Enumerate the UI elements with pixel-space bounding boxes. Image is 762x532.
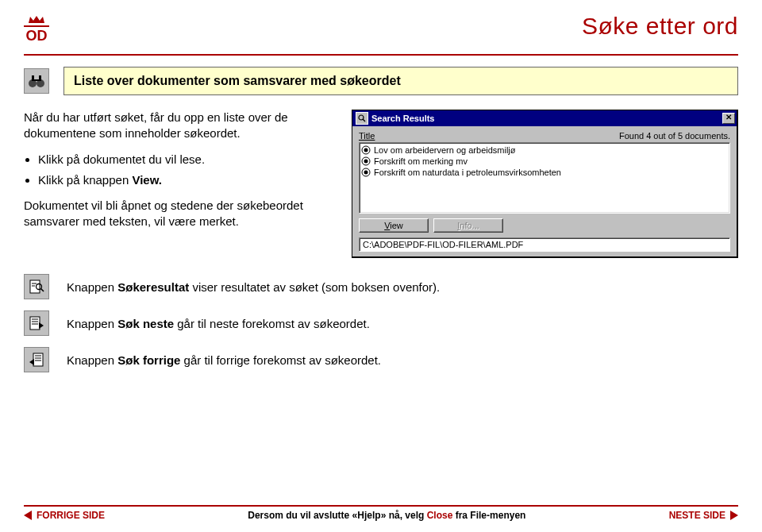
search-results-icon xyxy=(24,274,49,299)
svg-rect-22 xyxy=(33,353,43,366)
list-item[interactable]: Lov om arbeidervern og arbeidsmiljø xyxy=(361,145,728,156)
svg-rect-18 xyxy=(30,317,40,330)
search-results-dialog: Search Results ✕ Title Found 4 out of 5 … xyxy=(352,110,738,258)
logo: OD xyxy=(24,14,49,48)
dialog-title: Search Results xyxy=(371,114,722,123)
dialog-icon xyxy=(356,112,368,125)
svg-line-6 xyxy=(363,119,365,121)
svg-rect-4 xyxy=(34,79,39,81)
list-item[interactable]: Forskrift om naturdata i petroleumsvirks… xyxy=(361,167,728,178)
binoculars-icon xyxy=(24,68,49,94)
svg-point-8 xyxy=(364,148,368,152)
note-text: Knappen Søk forrige går til forrige fore… xyxy=(67,353,381,367)
after-bullets-text: Dokumentet vil bli åpnet og stedene der … xyxy=(24,198,337,230)
svg-line-15 xyxy=(41,289,44,292)
status-path: C:\ADOBE\PDF-FIL\OD-FILER\AML.PDF xyxy=(359,237,730,252)
dialog-titlebar: Search Results ✕ xyxy=(352,110,737,126)
close-icon[interactable]: ✕ xyxy=(722,113,735,124)
svg-rect-13 xyxy=(30,280,40,293)
svg-rect-3 xyxy=(39,75,41,81)
found-count: Found 4 out of 5 documents. xyxy=(619,131,730,141)
search-next-icon xyxy=(24,310,49,336)
bullet-item: Klikk på dokumentet du vil lese. xyxy=(38,152,337,168)
divider-bottom xyxy=(24,505,738,507)
results-list[interactable]: Lov om arbeidervern og arbeidsmiljø Fors… xyxy=(359,142,730,214)
svg-point-10 xyxy=(364,160,368,164)
page-title: Søke etter ord xyxy=(48,14,738,38)
search-previous-icon xyxy=(24,347,49,372)
triangle-left-icon xyxy=(24,511,32,520)
note-text: Knappen Søkeresultat viser resultatet av… xyxy=(67,280,440,294)
prev-page-link[interactable]: FORRIGE SIDE xyxy=(24,510,105,521)
next-page-link[interactable]: NESTE SIDE xyxy=(669,510,738,521)
note-text: Knappen Søk neste går til neste forekoms… xyxy=(67,317,370,330)
intro-text: Når du har utført søket, får du opp en l… xyxy=(24,110,337,142)
logo-text: OD xyxy=(24,25,49,43)
bullet-item: Klikk på knappen View. xyxy=(38,172,337,188)
triangle-right-icon xyxy=(730,511,738,520)
svg-rect-2 xyxy=(32,75,34,81)
view-button[interactable]: View xyxy=(359,218,429,233)
list-item[interactable]: Forskrift om merking mv xyxy=(361,156,728,167)
divider-top xyxy=(24,54,738,56)
column-title: Title xyxy=(359,131,375,141)
info-button[interactable]: Info... xyxy=(433,218,503,233)
footer-hint: Dersom du vil avslutte «Hjelp» nå, velg … xyxy=(248,510,525,521)
banner-title: Liste over dokumenter som samsvarer med … xyxy=(64,67,738,95)
svg-point-12 xyxy=(364,171,368,175)
